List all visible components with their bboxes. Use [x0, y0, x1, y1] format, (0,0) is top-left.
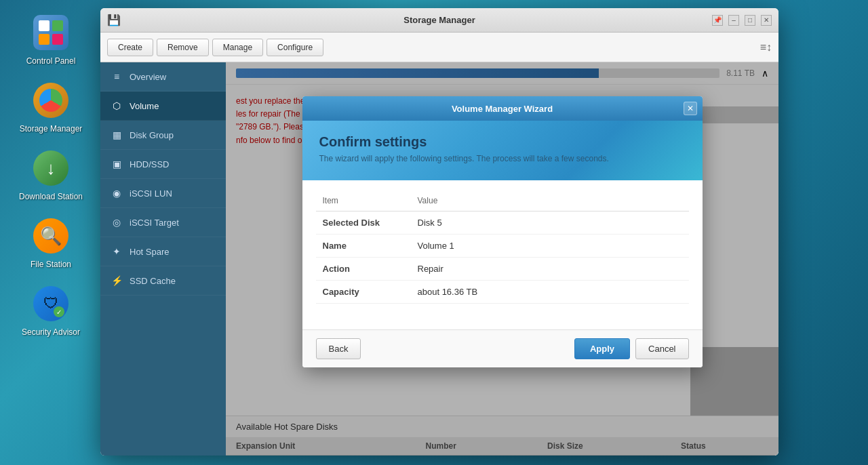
security-advisor-icon: 🛡 ✓ — [31, 283, 71, 324]
window-minimize-button[interactable]: – — [728, 15, 739, 26]
desktop-icon-download-station[interactable]: ↓ Download Station — [14, 142, 88, 207]
desktop-icons-panel: Control Panel Storage Manager ↓ Download… — [0, 0, 102, 465]
desktop-icon-storage-manager[interactable]: Storage Manager — [14, 75, 88, 139]
window-controls: 📌 – □ ✕ — [712, 15, 772, 26]
sidebar-item-iscsi-target-label: iSCSI Target — [130, 218, 179, 228]
volume-manager-wizard-modal: Volume Manager Wizard ✕ Confirm settings… — [302, 96, 703, 367]
file-station-label: File Station — [31, 260, 71, 269]
iscsi-lun-icon: ◉ — [111, 187, 123, 199]
configure-button[interactable]: Configure — [267, 39, 323, 56]
storage-manager-icon — [31, 80, 71, 121]
control-panel-label: Control Panel — [26, 56, 76, 66]
window-titlebar: 💾 Storage Manager 📌 – □ ✕ — [100, 8, 778, 33]
modal-header-title: Confirm settings — [319, 134, 686, 150]
settings-col-value: Value — [411, 190, 689, 211]
sidebar-item-volume-label: Volume — [130, 101, 159, 111]
settings-row-value-3: about 16.36 TB — [411, 281, 689, 304]
hdd-ssd-icon: ▣ — [111, 158, 123, 170]
remove-button[interactable]: Remove — [157, 39, 209, 56]
content-area: 8.11 TB ∧ est you replace the les for re… — [226, 62, 778, 456]
sidebar-item-disk-group[interactable]: ▦ Disk Group — [100, 121, 226, 150]
settings-row-item-0: Selected Disk — [316, 211, 411, 235]
sidebar: ≡ Overview ⬡ Volume ▦ Disk Group ▣ HDD/S… — [100, 62, 226, 456]
volume-icon: ⬡ — [111, 100, 123, 112]
settings-row-value-1: Volume 1 — [411, 235, 689, 258]
sidebar-item-hdd-ssd[interactable]: ▣ HDD/SSD — [100, 150, 226, 179]
modal-title: Volume Manager Wizard — [452, 104, 553, 114]
storage-manager-window: 💾 Storage Manager 📌 – □ ✕ Create Remove … — [100, 8, 778, 456]
create-button[interactable]: Create — [107, 39, 153, 56]
sidebar-item-ssd-cache-label: SSD Cache — [130, 276, 176, 286]
window-close-button[interactable]: ✕ — [761, 15, 772, 26]
sidebar-item-hdd-ssd-label: HDD/SSD — [130, 159, 170, 169]
settings-row-0: Selected DiskDisk 5 — [316, 211, 689, 235]
toolbar: Create Remove Manage Configure ≡↕ — [100, 33, 778, 62]
window-title: Storage Manager — [403, 15, 475, 25]
storage-manager-window-icon: 💾 — [107, 14, 121, 26]
back-button[interactable]: Back — [316, 338, 361, 359]
sidebar-item-iscsi-lun-label: iSCSI LUN — [130, 188, 172, 199]
settings-row-value-0: Disk 5 — [411, 211, 689, 235]
settings-row-value-2: Repair — [411, 258, 689, 281]
ssd-cache-icon: ⚡ — [111, 275, 123, 287]
modal-titlebar: Volume Manager Wizard ✕ — [302, 96, 703, 121]
settings-row-item-2: Action — [316, 258, 411, 281]
modal-header-subtitle: The wizard will apply the following sett… — [319, 154, 686, 163]
control-panel-icon — [31, 12, 71, 53]
desktop: Control Panel Storage Manager ↓ Download… — [0, 0, 868, 465]
modal-header: Confirm settings The wizard will apply t… — [302, 121, 703, 180]
cancel-button[interactable]: Cancel — [635, 338, 688, 359]
overview-icon: ≡ — [111, 70, 123, 83]
sidebar-item-iscsi-target[interactable]: ◎ iSCSI Target — [100, 208, 226, 237]
modal-overlay: Volume Manager Wizard ✕ Confirm settings… — [226, 62, 778, 456]
settings-table: Item Value Selected DiskDisk 5NameVolume… — [316, 190, 689, 304]
sidebar-item-disk-group-label: Disk Group — [130, 130, 174, 140]
file-station-icon: 🔍 — [31, 216, 71, 256]
desktop-icon-control-panel[interactable]: Control Panel — [14, 7, 88, 71]
desktop-icon-file-station[interactable]: 🔍 File Station — [14, 210, 88, 275]
main-content: ≡ Overview ⬡ Volume ▦ Disk Group ▣ HDD/S… — [100, 62, 778, 456]
sidebar-item-iscsi-lun[interactable]: ◉ iSCSI LUN — [100, 179, 226, 208]
manage-button[interactable]: Manage — [212, 39, 263, 56]
download-station-icon: ↓ — [31, 148, 71, 188]
sidebar-item-ssd-cache[interactable]: ⚡ SSD Cache — [100, 266, 226, 296]
settings-row-1: NameVolume 1 — [316, 235, 689, 258]
sidebar-item-hot-spare[interactable]: ✦ Hot Spare — [100, 237, 226, 266]
sidebar-item-overview-label: Overview — [130, 72, 166, 82]
apply-button[interactable]: Apply — [574, 338, 630, 359]
settings-row-item-3: Capacity — [316, 281, 411, 304]
storage-manager-label: Storage Manager — [20, 124, 83, 134]
download-station-label: Download Station — [19, 192, 83, 201]
settings-row-3: Capacityabout 16.36 TB — [316, 281, 689, 304]
sort-icon[interactable]: ≡↕ — [760, 41, 772, 54]
window-maximize-button[interactable]: □ — [745, 15, 755, 26]
toolbar-right: ≡↕ — [760, 41, 772, 54]
desktop-icon-security-advisor[interactable]: 🛡 ✓ Security Advisor — [14, 278, 88, 342]
security-advisor-label: Security Advisor — [22, 327, 80, 337]
modal-body: Item Value Selected DiskDisk 5NameVolume… — [302, 180, 703, 329]
settings-row-2: ActionRepair — [316, 258, 689, 281]
iscsi-target-icon: ◎ — [111, 216, 123, 228]
settings-row-item-1: Name — [316, 235, 411, 258]
disk-group-icon: ▦ — [111, 129, 123, 141]
sidebar-item-hot-spare-label: Hot Spare — [130, 247, 170, 257]
sidebar-item-volume[interactable]: ⬡ Volume — [100, 92, 226, 121]
modal-footer: Back Apply Cancel — [302, 329, 703, 367]
window-pin-button[interactable]: 📌 — [712, 15, 723, 26]
hot-spare-icon: ✦ — [111, 245, 123, 258]
sidebar-item-overview[interactable]: ≡ Overview — [100, 62, 226, 92]
settings-col-item: Item — [316, 190, 411, 211]
modal-close-button[interactable]: ✕ — [684, 102, 697, 115]
